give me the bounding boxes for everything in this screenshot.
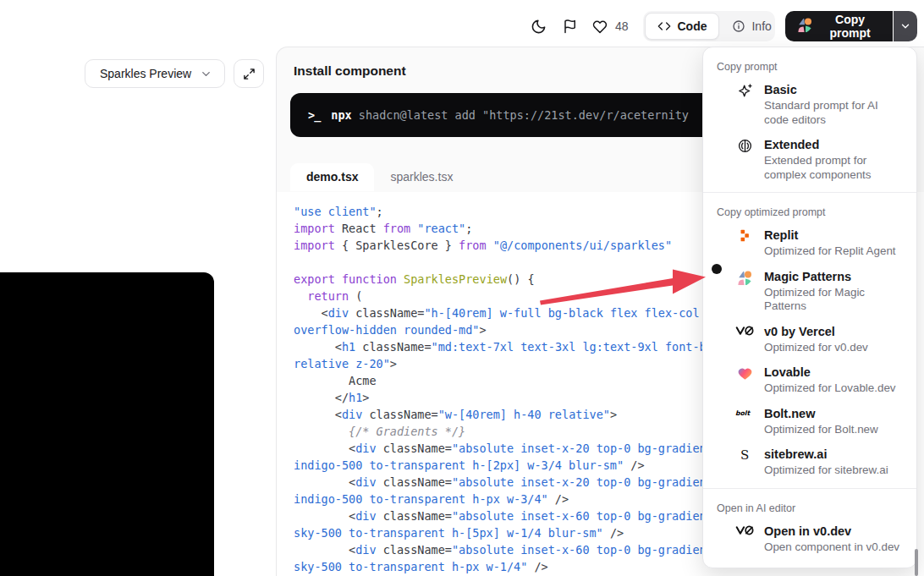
fullscreen-button[interactable] [234,59,264,88]
tab-info[interactable]: Info [719,13,784,40]
like-button[interactable] [590,11,610,41]
v0-icon [735,524,754,555]
replit-icon [735,228,754,259]
command-text: shadcn@latest add "https://21st.dev/r/ac… [352,108,689,122]
preview-controls: Sparkles Preview [85,59,264,88]
file-tab-sparkles-tsx[interactable]: sparkles.tsx [374,163,469,191]
sitebrew-icon: S [735,447,754,478]
magic-patterns-icon [735,269,754,314]
menu-item-open-in-v0-dev[interactable]: Open in v0.devOpen component in v0.dev [703,518,916,560]
menu-item-description: Optimized for Replit Agent [764,244,896,259]
copy-prompt-menu: Copy promptBasicStandard prompt for AI c… [702,47,917,568]
menu-item-title: Basic [764,82,905,98]
code-tab-label: Code [677,19,707,33]
annotation-dot [712,264,722,274]
toolbar: 48 Code Info Copy prompt [526,11,917,41]
menu-item-lovable[interactable]: LovableOptimized for Lovable.dev [703,359,916,401]
flag-button[interactable] [558,11,582,41]
magic-patterns-icon [796,17,813,36]
heart-icon [591,18,608,35]
scrollbar-thumb[interactable] [915,549,918,576]
tab-code[interactable]: Code [645,13,719,40]
menu-section-label: Copy prompt [703,52,916,77]
menu-item-description: Optimized for Lovable.dev [764,381,896,396]
sparkles-icon [735,82,754,127]
copy-prompt-button[interactable]: Copy prompt [785,11,892,41]
menu-item-title: Magic Patterns [764,269,905,285]
menu-divider [703,488,916,489]
copy-prompt-split-button: Copy prompt [785,11,917,41]
expand-icon [243,68,256,80]
menu-item-basic[interactable]: BasicStandard prompt for AI code editors [703,77,916,132]
flag-icon [563,19,578,34]
menu-item-extended[interactable]: ExtendedExtended prompt for complex comp… [703,132,916,187]
demo-selector[interactable]: Sparkles Preview [85,59,225,88]
lovable-icon [735,365,754,396]
menu-item-title: Extended [764,137,905,153]
file-tabs: demo.tsxsparkles.tsx [290,163,469,191]
menu-item-title: v0 by Vercel [764,324,868,340]
menu-item-title: Open in v0.dev [764,524,899,540]
menu-item-description: Optimized for sitebrew.ai [764,464,888,478]
command-prefix: npx [331,108,351,122]
code-icon [657,19,671,33]
menu-item-description: Optimized for Bolt.new [764,423,878,437]
extended-prompt-icon [735,137,754,182]
menu-item-description: Open component in v0.dev [764,540,899,555]
terminal-prompt-icon: >_ [308,108,320,122]
moon-icon [531,19,547,35]
like-count: 48 [615,19,629,33]
info-tab-label: Info [751,19,771,33]
svg-text:bolt: bolt [735,409,751,416]
menu-section-label: Copy optimized prompt [703,198,916,222]
menu-item-description: Optimized for v0.dev [764,341,868,355]
menu-item-description: Extended prompt for complex components [764,154,905,182]
menu-item-title: Lovable [764,365,896,381]
menu-divider [703,192,916,193]
copy-prompt-label: Copy prompt [821,13,878,40]
menu-item-v0-by-vercel[interactable]: v0 by VercelOptimized for v0.dev [703,319,916,360]
menu-section-label: Open in AI editor [703,494,916,518]
menu-item-title: sitebrew.ai [764,447,888,463]
info-icon [732,19,745,33]
menu-item-title: Bolt.new [764,406,878,422]
view-switcher: Code Info [643,11,775,41]
menu-item-sitebrew-ai[interactable]: Ssitebrew.aiOptimized for sitebrew.ai [703,442,916,483]
menu-item-magic-patterns[interactable]: Magic PatternsOptimized for Magic Patter… [703,264,916,319]
menu-item-description: Optimized for Magic Patterns [764,286,905,314]
svg-text:S: S [740,447,749,463]
menu-item-replit[interactable]: ReplitOptimized for Replit Agent [703,222,916,264]
theme-toggle-button[interactable] [526,11,551,41]
menu-item-title: Replit [764,228,896,244]
chevron-down-icon [899,20,911,32]
v0-icon [735,324,754,355]
menu-item-description: Standard prompt for AI code editors [764,99,905,127]
copy-prompt-dropdown-toggle[interactable] [894,11,917,41]
file-tab-demo-tsx[interactable]: demo.tsx [290,163,374,191]
chevron-down-icon [200,68,212,80]
bolt-icon: bolt [735,406,754,437]
demo-selector-label: Sparkles Preview [100,67,191,80]
component-preview-panel [0,272,214,576]
menu-item-bolt-new[interactable]: boltBolt.newOptimized for Bolt.new [703,401,916,442]
